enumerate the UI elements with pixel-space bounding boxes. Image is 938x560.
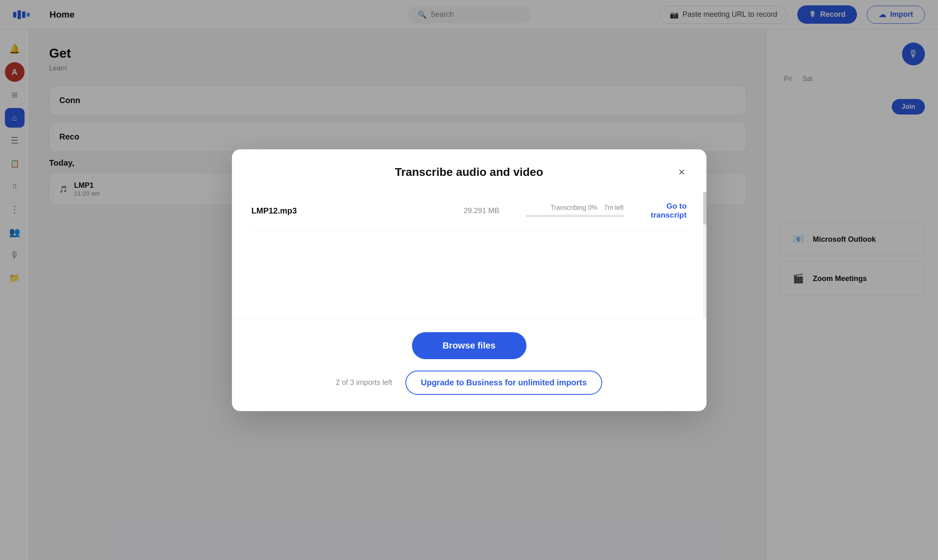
file-name: LMP12.mp3 [252, 206, 441, 216]
progress-bar-background [526, 215, 624, 217]
modal-title: Transcribe audio and video [252, 166, 687, 179]
time-left: 7m left [604, 204, 623, 211]
modal-footer: Browse files 2 of 3 imports left Upgrade… [232, 319, 706, 411]
modal-close-button[interactable]: × [674, 164, 690, 180]
imports-left-text: 2 of 3 imports left [336, 378, 392, 387]
transcribe-modal: Transcribe audio and video × LMP12.mp3 2… [232, 149, 706, 411]
file-status-row: Transcribing 0% 7m left [509, 204, 624, 211]
file-status-area: Transcribing 0% 7m left [509, 204, 624, 217]
modal-header: Transcribe audio and video × [232, 149, 706, 192]
upgrade-button[interactable]: Upgrade to Business for unlimited import… [405, 371, 603, 395]
modal-body: LMP12.mp3 29.291 MB Transcribing 0% 7m l… [232, 192, 706, 319]
file-size: 29.291 MB [450, 207, 499, 215]
file-item: LMP12.mp3 29.291 MB Transcribing 0% 7m l… [252, 192, 687, 231]
modal-scrollbar[interactable] [703, 192, 706, 319]
transcribing-status: Transcribing 0% [550, 204, 597, 211]
modal-overlay: Transcribe audio and video × LMP12.mp3 2… [0, 0, 938, 560]
go-to-transcript-link[interactable]: Go totranscript [634, 202, 687, 220]
browse-files-button[interactable]: Browse files [412, 332, 526, 359]
footer-bottom: 2 of 3 imports left Upgrade to Business … [336, 371, 603, 395]
modal-scroll-thumb [703, 192, 706, 225]
